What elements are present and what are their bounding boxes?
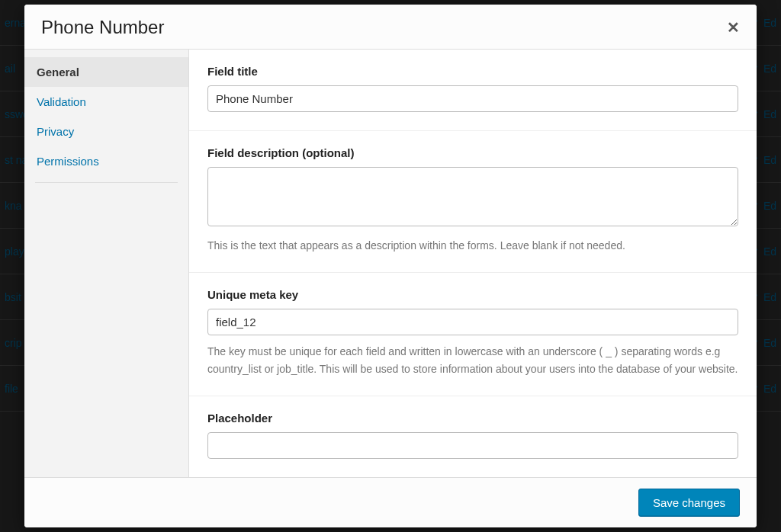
sidebar-item-privacy[interactable]: Privacy	[24, 117, 188, 146]
sidebar-item-label: Permissions	[37, 155, 99, 168]
meta-key-label: Unique meta key	[207, 288, 738, 301]
field-description-label: Field description (optional)	[207, 146, 738, 159]
field-title-section: Field title	[189, 50, 757, 131]
modal-body: General Validation Privacy Permissions F…	[24, 50, 757, 477]
placeholder-input[interactable]	[207, 432, 738, 459]
modal-title: Phone Number	[41, 17, 164, 38]
placeholder-label: Placeholder	[207, 412, 738, 425]
save-button[interactable]: Save changes	[638, 489, 740, 517]
placeholder-section: Placeholder	[189, 396, 757, 477]
close-icon[interactable]: ✕	[727, 18, 740, 37]
sidebar-item-label: Validation	[37, 95, 86, 108]
sidebar-divider	[35, 182, 178, 183]
meta-key-help: The key must be unique for each field an…	[207, 343, 738, 377]
modal-footer: Save changes	[24, 477, 757, 527]
sidebar-item-label: General	[37, 66, 79, 79]
field-title-input[interactable]	[207, 85, 738, 112]
settings-content: Field title Field description (optional)…	[189, 50, 757, 477]
sidebar-item-label: Privacy	[37, 125, 74, 138]
sidebar-item-permissions[interactable]: Permissions	[24, 146, 188, 176]
field-description-help: This is the text that appears as a descr…	[207, 237, 738, 254]
field-description-section: Field description (optional) This is the…	[189, 131, 757, 273]
meta-key-section: Unique meta key The key must be unique f…	[189, 273, 757, 396]
sidebar-item-general[interactable]: General	[24, 57, 188, 87]
sidebar-item-validation[interactable]: Validation	[24, 87, 188, 117]
field-title-label: Field title	[207, 65, 738, 78]
settings-sidebar: General Validation Privacy Permissions	[24, 50, 189, 477]
modal-header: Phone Number ✕	[24, 5, 757, 50]
field-description-textarea[interactable]	[207, 167, 738, 226]
meta-key-input[interactable]	[207, 309, 738, 335]
field-editor-modal: Phone Number ✕ General Validation Privac…	[24, 5, 757, 527]
